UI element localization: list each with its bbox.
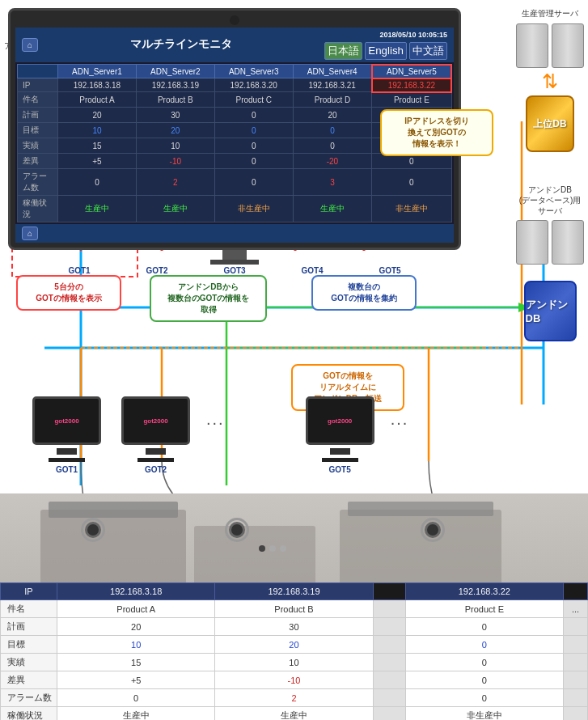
- bottom-item-5: Product E: [405, 600, 563, 618]
- bottom-status-1: 生産中: [57, 707, 215, 721]
- label-target: 目標: [18, 123, 58, 138]
- callout-multiple-got: 複数台のGOTの情報を集約: [311, 275, 417, 311]
- bottom-alarm-2: 2: [215, 689, 373, 707]
- dots-right: ...: [391, 410, 409, 429]
- ip-1: 192.168.3.18: [58, 78, 137, 92]
- diff-4: -20: [293, 154, 372, 169]
- bottom-th-ip1: 192.168.3.18: [57, 583, 215, 600]
- upper-db-cylinder: 上位DB: [526, 95, 574, 152]
- bottom-target-2: 20: [215, 636, 373, 654]
- bottom-plan-gap: [373, 618, 405, 636]
- table-row-alarm: アラーム数 0 2 0 3 0: [18, 169, 452, 196]
- lang-chinese[interactable]: 中文語: [409, 42, 447, 60]
- got2-logo: got2000: [143, 417, 167, 425]
- bottom-label-diff: 差異: [1, 671, 57, 689]
- alarm-5: 0: [372, 169, 451, 196]
- bottom-th-ip2: 192.168.3.19: [215, 583, 373, 600]
- monitor-camera: [230, 15, 239, 25]
- diff-1: +5: [58, 154, 137, 169]
- bottom-label-alarm: アラーム数: [1, 689, 57, 707]
- lang-japanese[interactable]: 日本語: [324, 42, 362, 60]
- target-2: 20: [136, 123, 214, 138]
- status-3: 非生産中: [214, 196, 293, 222]
- target-1: 10: [58, 123, 137, 138]
- bottom-dots-alarm: [564, 689, 588, 707]
- svg-rect-27: [49, 502, 178, 518]
- andon-server-tower-1: [516, 220, 548, 265]
- bottom-diff-2: -10: [215, 671, 373, 689]
- bottom-alarm-1: 0: [57, 689, 215, 707]
- bottom-label-plan: 計画: [1, 618, 57, 636]
- ip-4: 192.168.3.21: [293, 78, 372, 92]
- target-4: 0: [293, 123, 372, 138]
- got1-device: got2000 GOT1: [32, 396, 101, 474]
- bottom-dots-status: [564, 707, 588, 721]
- actual-3: 0: [214, 138, 293, 154]
- got3-monitor-label: GOT3: [223, 266, 245, 275]
- server-tower-1: [516, 23, 548, 68]
- label-item: 件名: [18, 92, 58, 108]
- bottom-row-status: 稼働状況 生産中 生産中 非生産中: [1, 707, 588, 721]
- ring-3: [421, 518, 445, 542]
- th-server4: ADN_Server4: [293, 65, 372, 78]
- got1-logo: got2000: [54, 417, 78, 425]
- label-actual: 実績: [18, 138, 58, 154]
- monitor-stand: [222, 250, 247, 260]
- ip-2: 192.168.3.19: [136, 78, 214, 92]
- monitor-home-button-bottom[interactable]: ⌂: [22, 227, 38, 240]
- got5-monitor-label: GOT5: [379, 266, 400, 275]
- bottom-plan-2: 30: [215, 618, 373, 636]
- plan-3: 0: [214, 108, 293, 123]
- bottom-label-actual: 実績: [1, 654, 57, 671]
- label-diff: 差異: [18, 154, 58, 169]
- page-dot-2[interactable]: [269, 545, 276, 552]
- table-row-status: 稼働状況 生産中 生産中 非生産中 生産中 非生産中: [18, 196, 452, 222]
- bottom-diff-gap: [373, 671, 405, 689]
- item-3: Product C: [214, 92, 293, 108]
- page-dots: [259, 545, 286, 552]
- svg-rect-30: [348, 502, 493, 516]
- bottom-row-target: 目標 10 20 0: [1, 636, 588, 654]
- got5-stand: [330, 448, 350, 455]
- lang-english[interactable]: English: [365, 42, 407, 60]
- page-dot-3[interactable]: [280, 545, 286, 552]
- bottom-dots-diff: [564, 671, 588, 689]
- bottom-alarm-gap: [373, 689, 405, 707]
- bottom-diff-1: +5: [57, 671, 215, 689]
- th-server5: ADN_Server5: [372, 65, 451, 78]
- diff-3: 0: [214, 154, 293, 169]
- monitor-datetime: 2018/05/10 10:05:15: [379, 30, 447, 40]
- bottom-plan-5: 0: [405, 618, 563, 636]
- th-server2: ADN_Server2: [136, 65, 214, 78]
- callout-ip-switch: IPアドレスを切り換えて別GOTの情報を表示！: [380, 109, 493, 156]
- label-plan: 計画: [18, 108, 58, 123]
- bottom-row-actual: 実績 15 10 0: [1, 654, 588, 671]
- got5-screen: got2000: [306, 396, 374, 445]
- table-row-item: 件名 Product A Product B Product C Product…: [18, 92, 452, 108]
- item-5: Product E: [372, 92, 451, 108]
- bottom-table: IP 192.168.3.18 192.168.3.19 192.168.3.2…: [0, 582, 588, 720]
- dot-3: [425, 522, 441, 538]
- dot-indicator-3: [421, 518, 445, 542]
- plan-1: 20: [58, 108, 137, 123]
- ring-2: [225, 518, 249, 542]
- bottom-plan-1: 20: [57, 618, 215, 636]
- bottom-th-dots: [564, 583, 588, 600]
- monitor-title: マルチラインモニタ: [38, 37, 324, 52]
- bottom-th-ip5: 192.168.3.22: [405, 583, 563, 600]
- andon-db-cylinder: アンドンDB: [524, 281, 577, 341]
- item-2: Product B: [136, 92, 214, 108]
- bottom-actual-5: 0: [405, 654, 563, 671]
- got2-stand: [146, 448, 166, 455]
- item-1: Product A: [58, 92, 137, 108]
- right-server-panel: 生産管理サーバ ⇅ 上位DB アンドンDB(データベース)用サーバ アンドンDB: [516, 8, 584, 341]
- bottom-actual-gap: [373, 654, 405, 671]
- status-2: 生産中: [136, 196, 214, 222]
- ring-1: [81, 518, 105, 542]
- bottom-row-alarm: アラーム数 0 2 0: [1, 689, 588, 707]
- page-dot-1[interactable]: [259, 545, 265, 552]
- andon-db-server-label: アンドンDB(データベース)用サーバ: [519, 184, 582, 216]
- status-1: 生産中: [58, 196, 137, 222]
- monitor-home-button[interactable]: ⌂: [22, 38, 38, 52]
- bottom-alarm-5: 0: [405, 689, 563, 707]
